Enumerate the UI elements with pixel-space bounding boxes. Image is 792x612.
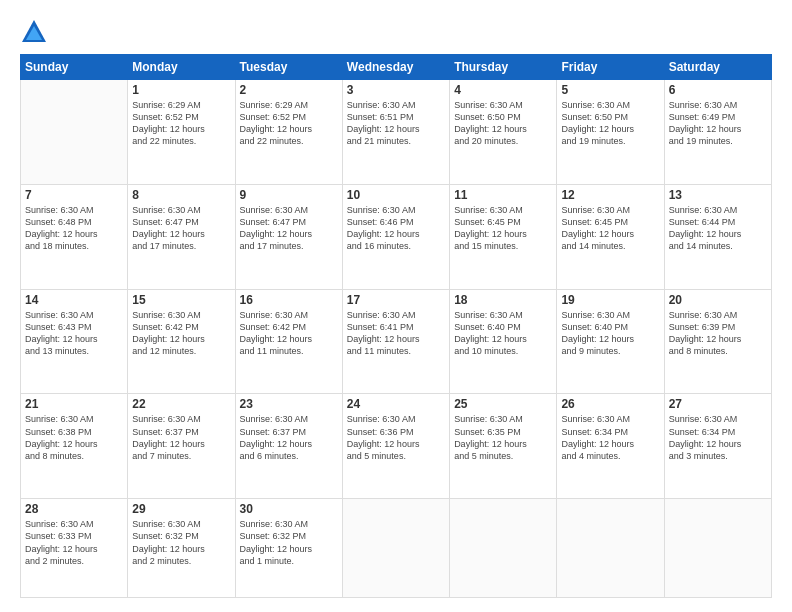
header [20, 18, 772, 46]
day-number: 24 [347, 397, 445, 411]
calendar-cell: 23Sunrise: 6:30 AM Sunset: 6:37 PM Dayli… [235, 394, 342, 499]
calendar-cell: 10Sunrise: 6:30 AM Sunset: 6:46 PM Dayli… [342, 184, 449, 289]
day-info: Sunrise: 6:30 AM Sunset: 6:45 PM Dayligh… [561, 204, 659, 253]
calendar-cell: 18Sunrise: 6:30 AM Sunset: 6:40 PM Dayli… [450, 289, 557, 394]
day-number: 12 [561, 188, 659, 202]
day-number: 18 [454, 293, 552, 307]
calendar-cell: 9Sunrise: 6:30 AM Sunset: 6:47 PM Daylig… [235, 184, 342, 289]
logo [20, 18, 52, 46]
day-number: 20 [669, 293, 767, 307]
day-info: Sunrise: 6:29 AM Sunset: 6:52 PM Dayligh… [132, 99, 230, 148]
day-info: Sunrise: 6:30 AM Sunset: 6:34 PM Dayligh… [561, 413, 659, 462]
calendar-cell [21, 80, 128, 185]
calendar-cell [342, 499, 449, 598]
calendar-cell [450, 499, 557, 598]
day-number: 5 [561, 83, 659, 97]
calendar-cell: 8Sunrise: 6:30 AM Sunset: 6:47 PM Daylig… [128, 184, 235, 289]
calendar-cell: 19Sunrise: 6:30 AM Sunset: 6:40 PM Dayli… [557, 289, 664, 394]
day-number: 21 [25, 397, 123, 411]
day-number: 10 [347, 188, 445, 202]
calendar-cell: 14Sunrise: 6:30 AM Sunset: 6:43 PM Dayli… [21, 289, 128, 394]
calendar-cell: 15Sunrise: 6:30 AM Sunset: 6:42 PM Dayli… [128, 289, 235, 394]
day-info: Sunrise: 6:30 AM Sunset: 6:50 PM Dayligh… [561, 99, 659, 148]
day-number: 9 [240, 188, 338, 202]
calendar-cell: 26Sunrise: 6:30 AM Sunset: 6:34 PM Dayli… [557, 394, 664, 499]
day-number: 15 [132, 293, 230, 307]
calendar-cell: 30Sunrise: 6:30 AM Sunset: 6:32 PM Dayli… [235, 499, 342, 598]
calendar-cell: 28Sunrise: 6:30 AM Sunset: 6:33 PM Dayli… [21, 499, 128, 598]
calendar-cell: 2Sunrise: 6:29 AM Sunset: 6:52 PM Daylig… [235, 80, 342, 185]
calendar-cell: 11Sunrise: 6:30 AM Sunset: 6:45 PM Dayli… [450, 184, 557, 289]
day-number: 3 [347, 83, 445, 97]
day-info: Sunrise: 6:30 AM Sunset: 6:40 PM Dayligh… [561, 309, 659, 358]
day-number: 17 [347, 293, 445, 307]
day-number: 14 [25, 293, 123, 307]
calendar-cell: 17Sunrise: 6:30 AM Sunset: 6:41 PM Dayli… [342, 289, 449, 394]
day-info: Sunrise: 6:30 AM Sunset: 6:39 PM Dayligh… [669, 309, 767, 358]
calendar-week-row: 1Sunrise: 6:29 AM Sunset: 6:52 PM Daylig… [21, 80, 772, 185]
calendar-day-header: Tuesday [235, 55, 342, 80]
day-info: Sunrise: 6:30 AM Sunset: 6:32 PM Dayligh… [240, 518, 338, 567]
calendar-table: SundayMondayTuesdayWednesdayThursdayFrid… [20, 54, 772, 598]
day-info: Sunrise: 6:30 AM Sunset: 6:42 PM Dayligh… [132, 309, 230, 358]
calendar-cell: 3Sunrise: 6:30 AM Sunset: 6:51 PM Daylig… [342, 80, 449, 185]
day-info: Sunrise: 6:30 AM Sunset: 6:37 PM Dayligh… [132, 413, 230, 462]
day-info: Sunrise: 6:30 AM Sunset: 6:32 PM Dayligh… [132, 518, 230, 567]
calendar-day-header: Sunday [21, 55, 128, 80]
calendar-week-row: 14Sunrise: 6:30 AM Sunset: 6:43 PM Dayli… [21, 289, 772, 394]
day-number: 2 [240, 83, 338, 97]
day-info: Sunrise: 6:30 AM Sunset: 6:51 PM Dayligh… [347, 99, 445, 148]
calendar-cell: 25Sunrise: 6:30 AM Sunset: 6:35 PM Dayli… [450, 394, 557, 499]
day-number: 7 [25, 188, 123, 202]
calendar-day-header: Friday [557, 55, 664, 80]
day-info: Sunrise: 6:30 AM Sunset: 6:40 PM Dayligh… [454, 309, 552, 358]
day-number: 4 [454, 83, 552, 97]
day-number: 27 [669, 397, 767, 411]
day-info: Sunrise: 6:30 AM Sunset: 6:44 PM Dayligh… [669, 204, 767, 253]
day-number: 23 [240, 397, 338, 411]
day-number: 1 [132, 83, 230, 97]
calendar-cell: 21Sunrise: 6:30 AM Sunset: 6:38 PM Dayli… [21, 394, 128, 499]
calendar-cell: 20Sunrise: 6:30 AM Sunset: 6:39 PM Dayli… [664, 289, 771, 394]
day-number: 16 [240, 293, 338, 307]
day-number: 30 [240, 502, 338, 516]
calendar-day-header: Monday [128, 55, 235, 80]
calendar-cell: 6Sunrise: 6:30 AM Sunset: 6:49 PM Daylig… [664, 80, 771, 185]
calendar-day-header: Thursday [450, 55, 557, 80]
calendar-cell: 12Sunrise: 6:30 AM Sunset: 6:45 PM Dayli… [557, 184, 664, 289]
calendar-cell: 16Sunrise: 6:30 AM Sunset: 6:42 PM Dayli… [235, 289, 342, 394]
calendar-cell [557, 499, 664, 598]
calendar-cell: 29Sunrise: 6:30 AM Sunset: 6:32 PM Dayli… [128, 499, 235, 598]
calendar-cell [664, 499, 771, 598]
day-info: Sunrise: 6:30 AM Sunset: 6:46 PM Dayligh… [347, 204, 445, 253]
calendar-cell: 13Sunrise: 6:30 AM Sunset: 6:44 PM Dayli… [664, 184, 771, 289]
day-info: Sunrise: 6:30 AM Sunset: 6:47 PM Dayligh… [132, 204, 230, 253]
day-number: 29 [132, 502, 230, 516]
day-info: Sunrise: 6:30 AM Sunset: 6:33 PM Dayligh… [25, 518, 123, 567]
day-info: Sunrise: 6:30 AM Sunset: 6:38 PM Dayligh… [25, 413, 123, 462]
calendar-week-row: 28Sunrise: 6:30 AM Sunset: 6:33 PM Dayli… [21, 499, 772, 598]
day-info: Sunrise: 6:30 AM Sunset: 6:41 PM Dayligh… [347, 309, 445, 358]
calendar-cell: 7Sunrise: 6:30 AM Sunset: 6:48 PM Daylig… [21, 184, 128, 289]
day-number: 28 [25, 502, 123, 516]
calendar-cell: 24Sunrise: 6:30 AM Sunset: 6:36 PM Dayli… [342, 394, 449, 499]
calendar-cell: 22Sunrise: 6:30 AM Sunset: 6:37 PM Dayli… [128, 394, 235, 499]
day-info: Sunrise: 6:30 AM Sunset: 6:49 PM Dayligh… [669, 99, 767, 148]
day-info: Sunrise: 6:30 AM Sunset: 6:48 PM Dayligh… [25, 204, 123, 253]
page: SundayMondayTuesdayWednesdayThursdayFrid… [0, 0, 792, 612]
calendar-cell: 1Sunrise: 6:29 AM Sunset: 6:52 PM Daylig… [128, 80, 235, 185]
calendar-week-row: 7Sunrise: 6:30 AM Sunset: 6:48 PM Daylig… [21, 184, 772, 289]
day-number: 19 [561, 293, 659, 307]
calendar-week-row: 21Sunrise: 6:30 AM Sunset: 6:38 PM Dayli… [21, 394, 772, 499]
logo-icon [20, 18, 48, 46]
day-number: 8 [132, 188, 230, 202]
calendar-header-row: SundayMondayTuesdayWednesdayThursdayFrid… [21, 55, 772, 80]
day-info: Sunrise: 6:30 AM Sunset: 6:37 PM Dayligh… [240, 413, 338, 462]
day-number: 13 [669, 188, 767, 202]
day-number: 26 [561, 397, 659, 411]
calendar-cell: 4Sunrise: 6:30 AM Sunset: 6:50 PM Daylig… [450, 80, 557, 185]
day-number: 6 [669, 83, 767, 97]
day-info: Sunrise: 6:30 AM Sunset: 6:36 PM Dayligh… [347, 413, 445, 462]
day-info: Sunrise: 6:30 AM Sunset: 6:50 PM Dayligh… [454, 99, 552, 148]
day-info: Sunrise: 6:30 AM Sunset: 6:47 PM Dayligh… [240, 204, 338, 253]
